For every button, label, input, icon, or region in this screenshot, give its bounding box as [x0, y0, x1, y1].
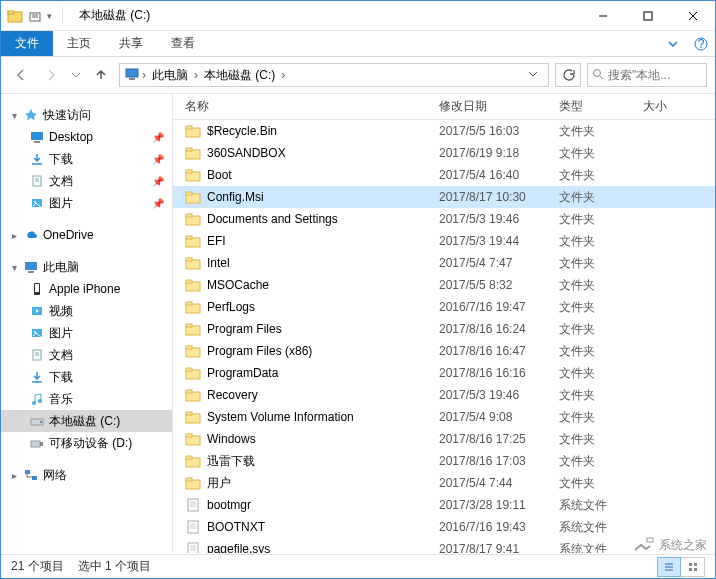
- svg-point-23: [38, 399, 42, 403]
- nav-quick-access[interactable]: ▾ 快速访问: [1, 104, 172, 126]
- sidebar-item[interactable]: 下载: [1, 366, 172, 388]
- breadcrumb[interactable]: › 此电脑 › 本地磁盘 (C:) ›: [119, 63, 549, 87]
- folder-icon: [185, 365, 201, 381]
- file-list[interactable]: $Recycle.Bin2017/5/5 16:03文件夹360SANDBOX2…: [173, 120, 715, 553]
- crumb-this-pc[interactable]: 此电脑: [148, 67, 192, 84]
- column-size[interactable]: 大小: [631, 98, 715, 115]
- usb-icon: [29, 435, 45, 451]
- expand-icon[interactable]: ▸: [9, 470, 19, 481]
- sidebar-item-文档[interactable]: 文档📌: [1, 170, 172, 192]
- folder-icon: [185, 211, 201, 227]
- table-row[interactable]: 360SANDBOX2017/6/19 9:18文件夹: [173, 142, 715, 164]
- file-type: 文件夹: [547, 343, 631, 360]
- table-row[interactable]: Windows2017/8/16 17:25文件夹: [173, 428, 715, 450]
- table-row[interactable]: Config.Msi2017/8/17 10:30文件夹: [173, 186, 715, 208]
- svg-rect-27: [40, 442, 43, 446]
- sidebar-item[interactable]: 视频: [1, 300, 172, 322]
- nav-network[interactable]: ▸ 网络: [1, 464, 172, 486]
- ribbon-tabs: 文件 主页 共享 查看 ?: [1, 31, 715, 57]
- help-button[interactable]: ?: [687, 31, 715, 56]
- collapse-icon[interactable]: ▾: [9, 262, 19, 273]
- sidebar-item-label: 音乐: [49, 391, 73, 408]
- nav-this-pc[interactable]: ▾ 此电脑: [1, 256, 172, 278]
- collapse-icon[interactable]: ▾: [9, 110, 19, 121]
- table-row[interactable]: 用户2017/5/4 7:44文件夹: [173, 472, 715, 494]
- table-row[interactable]: System Volume Information2017/5/4 9:08文件…: [173, 406, 715, 428]
- sidebar-item[interactable]: 可移动设备 (D:): [1, 432, 172, 454]
- svg-rect-3: [644, 12, 652, 20]
- file-type: 系统文件: [547, 541, 631, 554]
- table-row[interactable]: Documents and Settings2017/5/3 19:46文件夹: [173, 208, 715, 230]
- table-row[interactable]: bootmgr2017/3/28 19:11系统文件: [173, 494, 715, 516]
- sidebar-item[interactable]: 本地磁盘 (C:): [1, 410, 172, 432]
- table-row[interactable]: 迅雷下载2017/8/16 17:03文件夹: [173, 450, 715, 472]
- search-box[interactable]: [587, 63, 707, 87]
- recent-locations-button[interactable]: [69, 63, 83, 87]
- sidebar-item-label: 视频: [49, 303, 73, 320]
- search-input[interactable]: [608, 68, 702, 82]
- column-date[interactable]: 修改日期: [427, 98, 547, 115]
- sidebar-item-desktop[interactable]: Desktop📌: [1, 126, 172, 148]
- up-button[interactable]: [89, 63, 113, 87]
- svg-rect-64: [188, 499, 198, 511]
- qat-chevron-down-icon[interactable]: ▾: [47, 11, 52, 21]
- svg-rect-37: [186, 192, 192, 195]
- crumb-drive-c[interactable]: 本地磁盘 (C:): [200, 67, 279, 84]
- file-date: 2017/5/5 16:03: [427, 124, 547, 138]
- chevron-right-icon[interactable]: ›: [140, 68, 148, 82]
- chevron-right-icon[interactable]: ›: [192, 68, 200, 82]
- svg-rect-41: [186, 236, 192, 239]
- file-name: Intel: [207, 256, 230, 270]
- sidebar-item[interactable]: 文档: [1, 344, 172, 366]
- table-row[interactable]: PerfLogs2016/7/16 19:47文件夹: [173, 296, 715, 318]
- table-row[interactable]: Program Files (x86)2017/8/16 16:47文件夹: [173, 340, 715, 362]
- file-date: 2017/8/17 10:30: [427, 190, 547, 204]
- svg-rect-65: [188, 521, 198, 533]
- tab-view[interactable]: 查看: [157, 31, 209, 56]
- table-row[interactable]: Program Files2017/8/16 16:24文件夹: [173, 318, 715, 340]
- table-row[interactable]: pagefile.sys2017/8/17 9:41系统文件: [173, 538, 715, 553]
- file-type: 文件夹: [547, 475, 631, 492]
- forward-button[interactable]: [39, 63, 63, 87]
- table-row[interactable]: $Recycle.Bin2017/5/5 16:03文件夹: [173, 120, 715, 142]
- file-name: Windows: [207, 432, 256, 446]
- nav-onedrive[interactable]: ▸ OneDrive: [1, 224, 172, 246]
- icons-view-button[interactable]: [681, 557, 705, 577]
- folder-icon: [185, 233, 201, 249]
- file-date: 2017/5/3 19:46: [427, 388, 547, 402]
- file-name: BOOTNXT: [207, 520, 265, 534]
- close-button[interactable]: [670, 1, 715, 30]
- chevron-right-icon[interactable]: ›: [279, 68, 287, 82]
- table-row[interactable]: ProgramData2017/8/16 16:16文件夹: [173, 362, 715, 384]
- table-row[interactable]: EFI2017/5/3 19:44文件夹: [173, 230, 715, 252]
- table-row[interactable]: BOOTNXT2016/7/16 19:43系统文件: [173, 516, 715, 538]
- sidebar-item[interactable]: Apple iPhone: [1, 278, 172, 300]
- table-row[interactable]: Intel2017/5/4 7:47文件夹: [173, 252, 715, 274]
- file-type: 文件夹: [547, 123, 631, 140]
- sidebar-item-下载[interactable]: 下载📌: [1, 148, 172, 170]
- sidebar-item[interactable]: 音乐: [1, 388, 172, 410]
- properties-icon[interactable]: [27, 8, 43, 24]
- svg-rect-69: [689, 568, 692, 571]
- sidebar-item-图片[interactable]: 图片📌: [1, 192, 172, 214]
- ribbon-expand-button[interactable]: [659, 31, 687, 56]
- tab-file[interactable]: 文件: [1, 31, 53, 56]
- table-row[interactable]: Recovery2017/5/3 19:46文件夹: [173, 384, 715, 406]
- column-type[interactable]: 类型: [547, 98, 631, 115]
- details-view-button[interactable]: [657, 557, 681, 577]
- maximize-button[interactable]: [625, 1, 670, 30]
- file-name: bootmgr: [207, 498, 251, 512]
- sidebar-item[interactable]: 图片: [1, 322, 172, 344]
- table-row[interactable]: Boot2017/5/4 16:40文件夹: [173, 164, 715, 186]
- tab-share[interactable]: 共享: [105, 31, 157, 56]
- refresh-button[interactable]: [555, 63, 581, 87]
- file-name: EFI: [207, 234, 226, 248]
- back-button[interactable]: [9, 63, 33, 87]
- address-dropdown-button[interactable]: [522, 68, 544, 82]
- column-name[interactable]: 名称: [173, 98, 427, 115]
- tab-home[interactable]: 主页: [53, 31, 105, 56]
- expand-icon[interactable]: ▸: [9, 230, 19, 241]
- svg-rect-57: [186, 412, 192, 415]
- minimize-button[interactable]: [580, 1, 625, 30]
- table-row[interactable]: MSOCache2017/5/5 8:32文件夹: [173, 274, 715, 296]
